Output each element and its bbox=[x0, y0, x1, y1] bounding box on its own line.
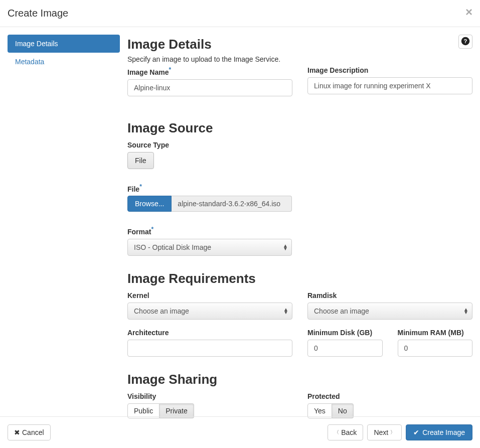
modal-body: Image Details Metadata ? Image Details S… bbox=[0, 27, 480, 418]
image-description-input[interactable] bbox=[307, 77, 472, 94]
section-heading-source: Image Source bbox=[127, 120, 472, 136]
back-button[interactable]: 〈 Back bbox=[328, 424, 363, 440]
section-heading-requirements: Image Requirements bbox=[127, 271, 472, 286]
min-ram-label: Minimum RAM (MB) bbox=[398, 329, 473, 337]
modal-title: Create Image bbox=[8, 8, 472, 19]
sidebar-item-image-details[interactable]: Image Details bbox=[8, 35, 120, 53]
min-ram-input[interactable] bbox=[398, 340, 473, 357]
browse-button[interactable]: Browse... bbox=[127, 196, 172, 212]
section-heading-details: Image Details bbox=[127, 37, 472, 52]
check-icon: ✔ bbox=[413, 428, 419, 436]
kernel-select[interactable]: Choose an image bbox=[127, 303, 292, 320]
source-type-label: Source Type bbox=[127, 141, 472, 149]
create-image-button[interactable]: ✔ Create Image bbox=[406, 424, 472, 440]
svg-text:?: ? bbox=[464, 38, 467, 44]
chevron-left-icon: 〈 bbox=[334, 429, 339, 436]
sidebar: Image Details Metadata bbox=[8, 35, 120, 418]
architecture-label: Architecture bbox=[127, 329, 292, 337]
ramdisk-label: Ramdisk bbox=[307, 291, 472, 300]
x-icon: ✖ bbox=[14, 428, 20, 436]
help-button[interactable]: ? bbox=[458, 35, 472, 49]
visibility-label: Visibility bbox=[127, 392, 292, 400]
next-button[interactable]: Next 〉 bbox=[367, 424, 402, 440]
min-disk-label: Minimum Disk (GB) bbox=[307, 329, 383, 337]
file-label: File* bbox=[127, 183, 472, 193]
modal-footer: ✖ Cancel 〈 Back Next 〉 ✔ Create Image bbox=[0, 416, 480, 448]
format-label: Format* bbox=[127, 226, 472, 236]
source-type-file-button[interactable]: File bbox=[127, 152, 154, 169]
required-indicator: * bbox=[151, 226, 153, 233]
protected-label: Protected bbox=[307, 392, 472, 400]
section-subtitle: Specify an image to upload to the Image … bbox=[127, 55, 472, 63]
modal-header: Create Image × bbox=[0, 0, 480, 27]
content-pane: ? Image Details Specify an image to uplo… bbox=[120, 35, 472, 418]
kernel-label: Kernel bbox=[127, 291, 292, 300]
sidebar-item-label: Image Details bbox=[15, 40, 58, 48]
section-heading-sharing: Image Sharing bbox=[127, 372, 472, 387]
sidebar-item-metadata[interactable]: Metadata bbox=[8, 53, 120, 71]
min-disk-input[interactable] bbox=[307, 340, 383, 357]
cancel-button[interactable]: ✖ Cancel bbox=[8, 424, 51, 440]
image-name-label: Image Name* bbox=[127, 66, 292, 76]
sidebar-item-label: Metadata bbox=[15, 58, 44, 66]
image-name-input[interactable] bbox=[127, 79, 292, 96]
ramdisk-select[interactable]: Choose an image bbox=[307, 303, 472, 320]
chevron-right-icon: 〉 bbox=[390, 429, 395, 436]
close-button[interactable]: × bbox=[465, 6, 472, 18]
question-circle-icon: ? bbox=[461, 37, 470, 47]
image-description-label: Image Description bbox=[307, 66, 472, 74]
required-indicator: * bbox=[139, 183, 142, 190]
file-name-display: alpine-standard-3.6.2-x86_64.iso bbox=[172, 196, 292, 212]
architecture-input[interactable] bbox=[127, 340, 292, 357]
format-select[interactable]: ISO - Optical Disk Image bbox=[127, 239, 292, 256]
close-icon: × bbox=[465, 5, 472, 19]
required-indicator: * bbox=[169, 66, 171, 73]
